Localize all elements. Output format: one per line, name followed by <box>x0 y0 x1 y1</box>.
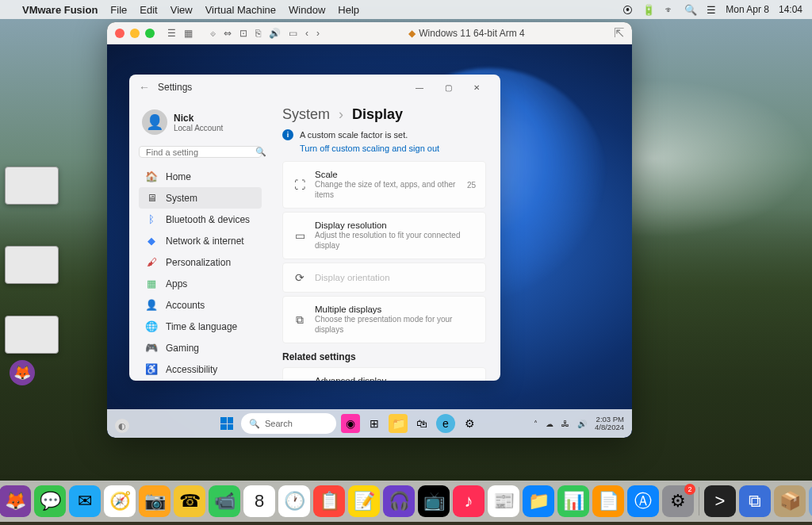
minimize-window-icon[interactable] <box>130 29 140 38</box>
resolution-card[interactable]: ▭ Display resolution Adjust the resoluti… <box>282 212 486 259</box>
dock-appletv-icon[interactable]: 📺 <box>418 485 450 517</box>
search-input[interactable] <box>146 148 255 157</box>
related-settings-header: Related settings <box>282 351 486 362</box>
dock-contacts-icon[interactable]: ☎ <box>174 485 205 517</box>
taskbar-explorer-icon[interactable]: 📁 <box>389 414 408 433</box>
maximize-button[interactable]: ▢ <box>434 76 462 98</box>
menubar-app-name[interactable]: VMware Fusion <box>22 4 98 16</box>
menubar-day[interactable]: Mon Apr 8 <box>726 4 769 15</box>
vm-toolbar-tool6-icon[interactable]: ▭ <box>289 28 297 39</box>
dock-pages-icon[interactable]: 📄 <box>592 485 624 517</box>
vm-toolbar-tool1-icon[interactable]: ⟐ <box>210 28 216 39</box>
dock-mail-icon[interactable]: ✉ <box>69 485 101 517</box>
dock-clock-icon[interactable]: 🕐 <box>278 485 310 517</box>
start-button[interactable] <box>217 414 236 433</box>
menu-window[interactable]: Window <box>289 4 325 16</box>
mission-control-thumb-3[interactable] <box>5 316 59 354</box>
dock-settings-icon[interactable]: ⚙2 <box>662 485 694 517</box>
wifi-icon[interactable]: ᯤ <box>665 4 675 16</box>
sidebar-item-time-language[interactable]: 🌐Time & language <box>139 316 262 337</box>
vm-toolbar-tool2-icon[interactable]: ⇔ <box>224 28 232 39</box>
back-arrow-icon[interactable]: ← <box>139 81 150 94</box>
menubar-time[interactable]: 14:04 <box>779 4 802 15</box>
vm-toolbar-popout-icon[interactable]: ⇱ <box>614 25 624 40</box>
menu-help[interactable]: Help <box>338 4 359 16</box>
dock-folder1-icon[interactable]: 📦 <box>774 485 806 517</box>
sidebar-item-accessibility[interactable]: ♿Accessibility <box>139 358 262 380</box>
dock-appstore-icon[interactable]: Ⓐ <box>627 485 659 517</box>
turn-off-scaling-link[interactable]: Turn off custom scaling and sign out <box>300 144 486 153</box>
taskbar-store-icon[interactable]: 🛍 <box>412 414 431 433</box>
dock-news-icon[interactable]: 📰 <box>488 485 519 517</box>
dock-terminal-icon[interactable]: > <box>704 485 736 517</box>
menu-virtual-machine[interactable]: Virtual Machine <box>205 4 276 16</box>
dock-messages-icon[interactable]: 💬 <box>34 485 66 517</box>
record-icon[interactable]: ⦿ <box>622 4 633 16</box>
vm-toolbar-back-icon[interactable]: ‹ <box>305 28 308 39</box>
close-button[interactable]: ✕ <box>462 76 491 98</box>
dock-podcasts-icon[interactable]: 🎧 <box>383 485 415 517</box>
breadcrumb-parent[interactable]: System <box>282 106 330 122</box>
sidebar-item-personalization[interactable]: 🖌Personalization <box>139 251 262 273</box>
win-settings-titlebar[interactable]: ← Settings — ▢ ✕ <box>129 75 500 100</box>
sidebar-item-accounts[interactable]: 👤Accounts <box>139 294 262 316</box>
dock-folder2-icon[interactable]: 📂 <box>809 485 812 517</box>
vm-toolbar-fwd-icon[interactable]: › <box>316 28 320 39</box>
taskbar-clock[interactable]: 2:03 PM 4/8/2024 <box>595 416 624 432</box>
tray-cloud-icon[interactable]: ☁ <box>546 420 553 428</box>
dock-firefox-minimized[interactable]: 🦊 <box>10 360 35 385</box>
advanced-display-card[interactable]: 🖵 Advanced display Display information, … <box>282 367 486 381</box>
dock-files-icon[interactable]: 📁 <box>523 485 554 517</box>
mission-control-thumb-2[interactable] <box>5 246 59 284</box>
search-icon: 🔍 <box>249 419 260 429</box>
control-center-icon[interactable]: ☰ <box>707 4 716 16</box>
tray-network-icon[interactable]: 🖧 <box>561 420 569 428</box>
spotlight-icon[interactable]: 🔍 <box>684 4 697 16</box>
mission-control-thumb-1[interactable] <box>5 167 59 205</box>
dock-facetime-icon[interactable]: 📹 <box>209 485 240 517</box>
fullscreen-window-icon[interactable] <box>145 29 155 38</box>
sidebar-item-home[interactable]: 🏠Home <box>139 166 262 187</box>
sidebar-item-bluetooth-devices[interactable]: ᛒBluetooth & devices <box>139 209 262 230</box>
menu-edit[interactable]: Edit <box>140 4 157 16</box>
settings-search[interactable]: 🔍 <box>139 146 262 158</box>
sidebar-item-apps[interactable]: ▦Apps <box>139 273 262 294</box>
multiple-displays-card[interactable]: ⧉ Multiple displays Choose the presentat… <box>282 296 486 343</box>
tray-volume-icon[interactable]: 🔊 <box>577 420 587 428</box>
dock-vmware-icon[interactable]: ⧉ <box>739 485 771 517</box>
scale-card[interactable]: ⛶ Scale Change the size of text, apps, a… <box>282 161 486 209</box>
sidebar-item-system[interactable]: 🖥System <box>139 187 262 209</box>
dock-photos-icon[interactable]: 📷 <box>139 485 170 517</box>
dock-safari-icon[interactable]: 🧭 <box>104 485 136 517</box>
sidebar-item-gaming[interactable]: 🎮Gaming <box>139 337 262 358</box>
menu-view[interactable]: View <box>170 4 193 16</box>
dock-firefox-icon[interactable]: 🦊 <box>0 485 31 517</box>
dock-reminders-icon[interactable]: 📋 <box>313 485 345 517</box>
scale-value[interactable]: 25 <box>467 181 476 190</box>
close-window-icon[interactable] <box>115 29 124 38</box>
battery-icon[interactable]: 🔋 <box>642 4 655 16</box>
vm-toolbar-tool4-icon[interactable]: ⎘ <box>255 28 261 39</box>
vmware-titlebar[interactable]: ☰ ▦ ⟐ ⇔ ⊡ ⎘ 🔊 ▭ ‹ › ◆Windows 11 64-bit A… <box>107 22 632 44</box>
user-profile[interactable]: 👤 Nick Local Account <box>139 106 262 143</box>
minimize-button[interactable]: — <box>405 76 434 98</box>
taskbar-search[interactable]: 🔍 Search <box>241 413 336 434</box>
dock-numbers-icon[interactable]: 📊 <box>557 485 589 517</box>
vm-toolbar-tool3-icon[interactable]: ⊡ <box>239 28 247 39</box>
sidebar-item-privacy-security[interactable]: 🛡Privacy & security <box>139 380 262 381</box>
dock-notes-icon[interactable]: 📝 <box>348 485 380 517</box>
tray-chevron-icon[interactable]: ˄ <box>534 420 538 428</box>
taskbar-edge-icon[interactable]: e <box>436 414 455 433</box>
vm-toolbar-sidebar-icon[interactable]: ☰ <box>167 28 176 39</box>
sidebar-item-network-internet[interactable]: ◆Network & internet <box>139 230 262 251</box>
vm-toolbar-grid-icon[interactable]: ▦ <box>184 28 193 39</box>
taskbar-taskview-icon[interactable]: ⊞ <box>365 414 384 433</box>
menu-file[interactable]: File <box>110 4 127 16</box>
taskbar-copilot-icon[interactable]: ◉ <box>341 414 360 433</box>
taskbar-settings-icon[interactable]: ⚙ <box>460 414 479 433</box>
vm-toolbar-tool5-icon[interactable]: 🔊 <box>269 28 281 39</box>
dock-calendar-icon[interactable]: 8 <box>243 485 275 517</box>
dock-music-icon[interactable]: ♪ <box>453 485 485 517</box>
vmware-tools-icon[interactable]: ◐ <box>115 419 129 433</box>
windows-desktop[interactable]: ← Settings — ▢ ✕ 👤 Nick Local Account <box>107 44 632 438</box>
